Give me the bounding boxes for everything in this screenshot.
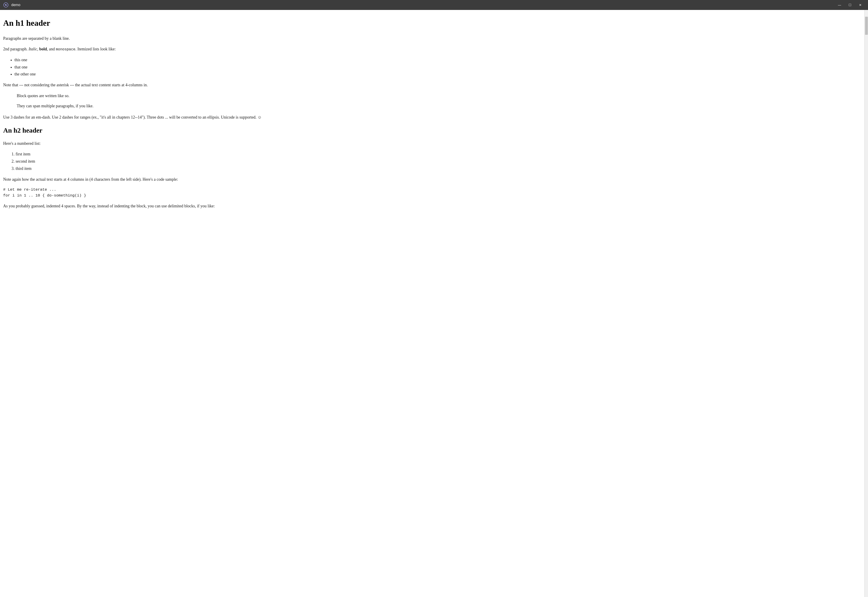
list-item: this one xyxy=(15,57,858,64)
p2-prefix: 2nd paragraph. xyxy=(3,47,28,51)
app-window: demo — ☐ ✕ An h1 header Paragraphs are s… xyxy=(0,0,868,597)
svg-point-1 xyxy=(5,4,6,5)
close-button[interactable]: ✕ xyxy=(855,1,865,9)
list-item: third item xyxy=(16,165,858,172)
window-title: demo xyxy=(11,3,835,7)
h1-header: An h1 header xyxy=(3,17,858,30)
bullet-list: this one that one the other one xyxy=(15,57,858,78)
numbered-list: first item second item third item xyxy=(16,151,858,172)
maximize-button[interactable]: ☐ xyxy=(845,1,855,9)
paragraph-3: Note that --- not considering the asteri… xyxy=(3,82,858,89)
p2-suffix: . Itemized lists look like: xyxy=(75,47,116,51)
code-block: # Let me re-iterate ... for i in 1 .. 10… xyxy=(3,187,858,198)
paragraph-4: Use 3 dashes for an em-dash. Use 2 dashe… xyxy=(3,114,858,121)
app-icon xyxy=(3,2,9,8)
window-controls: — ☐ ✕ xyxy=(835,1,865,9)
p2-italic: Italic xyxy=(28,47,37,51)
scrollbar-thumb[interactable] xyxy=(865,17,868,35)
paragraph-5: Here's a numbered list: xyxy=(3,140,858,147)
scrollbar[interactable] xyxy=(864,10,868,597)
p2-bold: bold xyxy=(39,47,47,51)
paragraph-7: As you probably guessed, indented 4 spac… xyxy=(3,203,858,209)
list-item: first item xyxy=(16,151,858,157)
blockquote: Block quotes are written like so. They c… xyxy=(17,93,858,110)
content-area: An h1 header Paragraphs are separated by… xyxy=(0,10,868,597)
p2-monospace: monospace xyxy=(56,48,75,52)
minimize-button[interactable]: — xyxy=(835,1,844,9)
h2-header: An h2 header xyxy=(3,125,858,136)
title-bar: demo — ☐ ✕ xyxy=(0,0,868,10)
paragraph-2: 2nd paragraph. Italic, bold, and monospa… xyxy=(3,46,858,53)
blockquote-p1: Block quotes are written like so. xyxy=(17,93,858,100)
main-content: An h1 header Paragraphs are separated by… xyxy=(0,10,864,597)
list-item: that one xyxy=(15,64,858,71)
paragraph-1: Paragraphs are separated by a blank line… xyxy=(3,35,858,42)
list-item: the other one xyxy=(15,71,858,78)
blockquote-p2: They can span multiple paragraphs, if yo… xyxy=(17,103,858,110)
list-item: second item xyxy=(16,158,858,165)
paragraph-6: Note again how the actual text starts at… xyxy=(3,176,858,183)
